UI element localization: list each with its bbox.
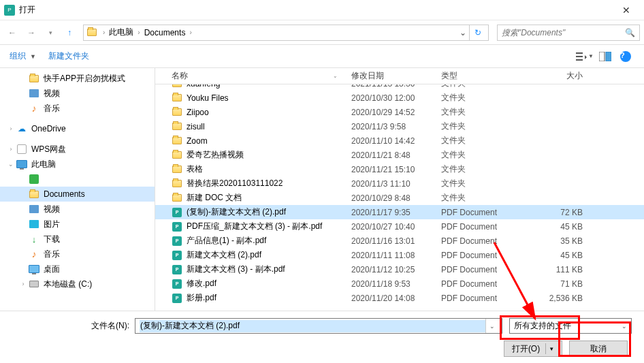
expand-icon[interactable]: ⌄ <box>7 161 15 168</box>
pdf-icon: P <box>172 293 182 304</box>
sidebar-item[interactable]: 视频 <box>0 86 155 101</box>
file-type: PDF Document <box>437 208 524 217</box>
open-split-dropdown[interactable]: ▼ <box>549 346 554 352</box>
file-type: PDF Document <box>437 265 524 274</box>
file-type: 文件夹 <box>437 92 524 104</box>
sidebar-item[interactable]: ›☁OneDrive <box>0 121 155 136</box>
sidebar-item[interactable]: 图片 <box>0 217 155 232</box>
file-row[interactable]: P影册.pdf2020/11/20 14:08PDF Document2,536… <box>155 291 644 305</box>
file-size: 45 KB <box>524 251 587 260</box>
expand-icon[interactable]: › <box>7 125 15 132</box>
open-button[interactable]: 打开(O) ▼ <box>504 341 562 357</box>
file-row[interactable]: 爱奇艺热播视频2020/11/21 8:48文件夹 <box>155 148 644 162</box>
file-row[interactable]: 表格2020/11/21 15:10文件夹 <box>155 162 644 176</box>
sidebar-item-label: 快手APP开启勿扰模式 <box>44 73 125 84</box>
file-row[interactable]: Youku Files2020/10/30 12:00文件夹 <box>155 91 644 105</box>
file-name: 爱奇艺热播视频 <box>187 149 244 161</box>
col-date[interactable]: 修改日期 <box>347 70 437 82</box>
sidebar-item-label: OneDrive <box>31 124 66 133</box>
sidebar-item[interactable]: Documents <box>0 187 155 202</box>
file-type: 文件夹 <box>437 192 524 204</box>
sidebar[interactable]: 快手APP开启勿扰模式视频♪音乐›☁OneDrive›WPS网盘⌄此电脑Docu… <box>0 68 155 311</box>
filename-dropdown[interactable]: ⌄ <box>485 319 498 333</box>
file-row[interactable]: PPDF压缩_新建文本文档 (3) - 副本.pdf2020/10/27 10:… <box>155 219 644 234</box>
preview-pane-button[interactable] <box>596 48 614 65</box>
pic-icon <box>29 219 39 230</box>
col-size[interactable]: 大小 <box>524 70 587 82</box>
file-name: Youku Files <box>187 93 229 103</box>
sidebar-item-label: 音乐 <box>44 103 60 114</box>
file-row[interactable]: 替换结果202011031110222020/11/3 11:10文件夹 <box>155 176 644 191</box>
file-row[interactable]: P新建文本文档 (3) - 副本.pdf2020/11/12 10:25PDF … <box>155 262 644 277</box>
back-button[interactable]: ← <box>4 25 20 41</box>
sidebar-item-label: 桌面 <box>44 264 60 275</box>
sidebar-item[interactable]: ›本地磁盘 (C:) <box>0 277 155 291</box>
titlebar: P 打开 ✕ <box>0 0 644 20</box>
address-bar[interactable]: › 此电脑 › Documents › ⌄ ↻ <box>83 25 489 41</box>
search-input[interactable] <box>502 28 625 37</box>
file-row[interactable]: P修改.pdf2020/11/18 9:53PDF Document71 KB <box>155 277 644 291</box>
breadcrumb-seg-docs[interactable]: Documents <box>143 28 187 37</box>
filename-combo[interactable]: ⌄ <box>135 318 502 334</box>
breadcrumb-seg-pc[interactable]: 此电脑 <box>108 27 135 38</box>
address-dropdown[interactable]: ⌄ <box>457 25 469 40</box>
sidebar-item[interactable]: ⌄此电脑 <box>0 157 155 172</box>
expand-icon[interactable]: › <box>7 146 15 153</box>
svg-rect-2 <box>576 59 583 61</box>
sidebar-item[interactable]: 视频 <box>0 202 155 217</box>
main-area: 快手APP开启勿扰模式视频♪音乐›☁OneDrive›WPS网盘⌄此电脑Docu… <box>0 68 644 311</box>
file-date: 2020/10/27 10:40 <box>347 222 437 232</box>
file-size: 72 KB <box>524 208 587 217</box>
col-name[interactable]: 名称⌄ <box>167 70 347 82</box>
file-rows[interactable]: xuanfeng2021/11/13 13:30文件夹Youku Files20… <box>155 84 644 311</box>
file-date: 2020/11/20 14:08 <box>347 294 437 303</box>
file-type: PDF Document <box>437 222 524 232</box>
col-type[interactable]: 类型 <box>437 70 524 82</box>
sidebar-item[interactable]: ›WPS网盘 <box>0 142 155 157</box>
filename-input[interactable] <box>140 320 485 332</box>
sidebar-item[interactable]: ♪音乐 <box>0 247 155 262</box>
sidebar-item[interactable]: ↓下载 <box>0 232 155 247</box>
sidebar-item[interactable] <box>0 172 155 187</box>
file-row[interactable]: P产品信息(1) - 副本.pdf2020/11/16 13:01PDF Doc… <box>155 234 644 248</box>
file-row[interactable]: zisull2020/11/3 9:58文件夹 <box>155 119 644 133</box>
file-type: PDF Document <box>437 236 524 246</box>
search-icon[interactable]: 🔍 <box>625 28 635 37</box>
svg-rect-3 <box>599 52 605 61</box>
recent-dropdown[interactable]: ▾ <box>42 25 59 41</box>
new-folder-button[interactable]: 新建文件夹 <box>48 50 89 62</box>
help-button[interactable]: ? <box>617 48 634 65</box>
file-date: 2021/11/13 13:30 <box>347 84 437 89</box>
file-row[interactable]: Zoom2020/11/10 14:42文件夹 <box>155 133 644 148</box>
organize-button[interactable]: 组织 <box>10 50 26 62</box>
expand-icon[interactable]: › <box>19 281 27 287</box>
file-date: 2020/11/21 8:48 <box>347 151 437 160</box>
file-name: 修改.pdf <box>187 278 216 289</box>
chevron-down-icon[interactable]: ▼ <box>30 53 36 60</box>
file-row[interactable]: 新建 DOC 文档2020/10/29 8:48文件夹 <box>155 191 644 205</box>
file-date: 2020/10/29 14:52 <box>347 108 437 117</box>
file-size: 45 KB <box>524 222 587 232</box>
sidebar-item-label: 下载 <box>44 234 60 245</box>
file-row[interactable]: P新建文本文档 (2).pdf2020/11/11 11:08PDF Docum… <box>155 248 644 262</box>
folder-icon <box>172 164 182 175</box>
file-row[interactable]: P(复制)-新建文本文档 (2).pdf2020/11/17 9:35PDF D… <box>155 205 644 219</box>
open-button-label: 打开(O) <box>512 343 540 355</box>
sidebar-item[interactable]: ♪音乐 <box>0 101 155 116</box>
view-options-button[interactable]: ▼ <box>576 48 594 65</box>
cancel-button[interactable]: 取消 <box>569 341 628 357</box>
window-title: 打开 <box>19 4 613 16</box>
download-icon: ↓ <box>29 234 39 244</box>
close-button[interactable]: ✕ <box>613 0 640 20</box>
refresh-button[interactable]: ↻ <box>469 25 485 40</box>
filetype-select[interactable]: 所有支持的文件 ⌄ <box>509 318 632 334</box>
sidebar-item[interactable]: 快手APP开启勿扰模式 <box>0 71 155 86</box>
column-headers[interactable]: 名称⌄ 修改日期 类型 大小 <box>155 68 644 84</box>
file-name: 新建文本文档 (3) - 副本.pdf <box>187 264 285 275</box>
up-button[interactable]: ↑ <box>61 25 78 41</box>
sidebar-item[interactable]: 桌面 <box>0 262 155 277</box>
file-name: 替换结果20201103111022 <box>187 178 283 189</box>
search-box[interactable]: 🔍 <box>497 25 640 41</box>
file-row[interactable]: xuanfeng2021/11/13 13:30文件夹 <box>155 84 644 91</box>
file-row[interactable]: Ziipoo2020/10/29 14:52文件夹 <box>155 105 644 119</box>
